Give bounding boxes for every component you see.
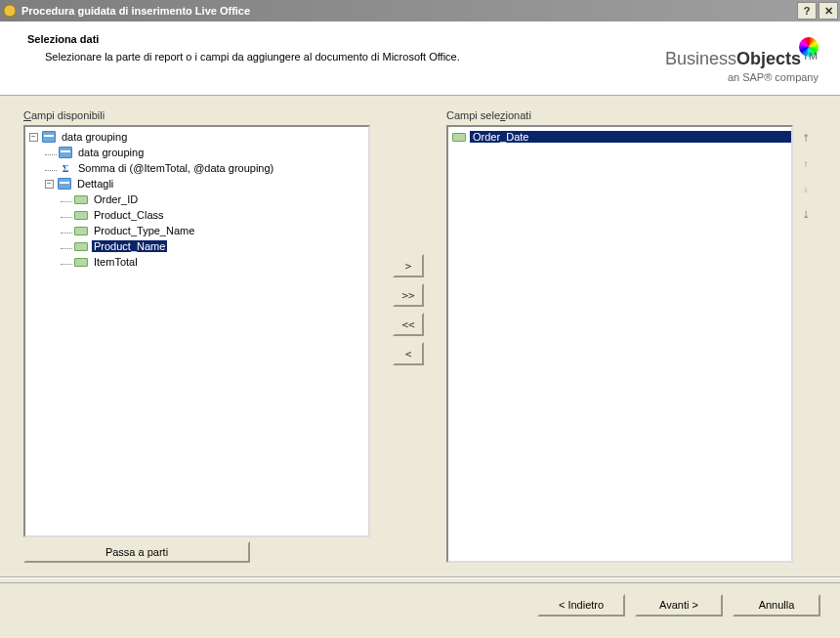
tree-node[interactable]: −Dettagli [25, 176, 368, 191]
page-heading: Seleziona dati [27, 33, 665, 45]
tree-node-label: Product_Name [92, 240, 167, 252]
tree-expander[interactable]: − [45, 180, 54, 189]
content-area: Campi disponibili −data groupingdata gro… [0, 96, 840, 573]
group-icon [42, 131, 56, 143]
tree-node-label: Product_Type_Name [92, 225, 196, 236]
list-item[interactable]: Order_Date [448, 129, 791, 145]
tree-node-label: Product_Class [92, 209, 166, 221]
tree-node-label: Somma di (@ItemTotal, @data grouping) [76, 162, 275, 174]
tree-node[interactable]: data grouping [25, 145, 368, 160]
sigma-icon: Σ [59, 162, 72, 174]
move-down-button[interactable]: ↓ [799, 182, 813, 195]
field-icon [74, 242, 88, 251]
field-icon [74, 211, 88, 220]
tree-expander[interactable]: − [29, 133, 38, 142]
remove-field-button[interactable]: < [393, 342, 424, 365]
titlebar: Procedura guidata di inserimento Live Of… [0, 0, 840, 21]
brand-tagline: an SAP® company [728, 71, 819, 83]
move-top-button[interactable]: ⤒ [799, 131, 813, 145]
field-icon [74, 258, 88, 267]
switch-to-parts-button[interactable]: Passa a parti [23, 541, 250, 563]
tree-node[interactable]: Product_Type_Name [25, 223, 368, 238]
move-bottom-button[interactable]: ⤓ [799, 207, 813, 221]
tree-node-label: ItemTotal [92, 256, 140, 268]
field-icon [452, 133, 466, 142]
back-button[interactable]: < Indietro [537, 594, 625, 617]
tree-node[interactable]: Product_Class [25, 207, 368, 223]
close-button[interactable]: ✕ [819, 2, 838, 20]
field-icon [74, 195, 88, 204]
next-button[interactable]: Avanti > [635, 594, 723, 617]
selected-fields-list[interactable]: Order_Date [446, 125, 793, 563]
wizard-header: Seleziona dati Selezionare la parte di r… [0, 21, 840, 96]
brand-logo: Business Objects™ an SAP® company [665, 33, 819, 83]
tree-node[interactable]: Order_ID [25, 191, 368, 207]
group-icon [59, 147, 72, 158]
tree-node-label: Order_ID [92, 193, 140, 205]
tree-node[interactable]: ItemTotal [25, 254, 368, 270]
app-icon [2, 3, 18, 19]
page-description: Selezionare la parte di report o i campi… [45, 51, 665, 63]
svg-point-0 [4, 5, 16, 17]
tree-node[interactable]: −data grouping [25, 129, 368, 145]
tree-node-label: data grouping [76, 147, 146, 158]
remove-all-fields-button[interactable]: << [393, 313, 424, 336]
help-button[interactable]: ? [797, 2, 817, 20]
selected-fields-label: Campi selezionati [446, 109, 793, 121]
field-icon [74, 227, 88, 235]
add-all-fields-button[interactable]: >> [393, 283, 424, 307]
available-fields-tree[interactable]: −data groupingdata groupingΣSomma di (@I… [23, 125, 370, 537]
window-title: Procedura guidata di inserimento Live Of… [21, 5, 795, 17]
cancel-button[interactable]: Annulla [733, 594, 820, 617]
tree-node-label: data grouping [60, 131, 129, 143]
move-up-button[interactable]: ↑ [799, 156, 813, 170]
group-icon [58, 178, 71, 190]
tree-node-label: Dettagli [75, 178, 115, 190]
tree-node[interactable]: ΣSomma di (@ItemTotal, @data grouping) [25, 160, 368, 176]
wizard-footer: < Indietro Avanti > Annulla [0, 582, 840, 626]
available-fields-label: Campi disponibili [23, 109, 370, 121]
add-field-button[interactable]: > [393, 254, 424, 277]
tree-node[interactable]: Product_Name [25, 238, 368, 254]
list-item-label: Order_Date [470, 131, 791, 143]
